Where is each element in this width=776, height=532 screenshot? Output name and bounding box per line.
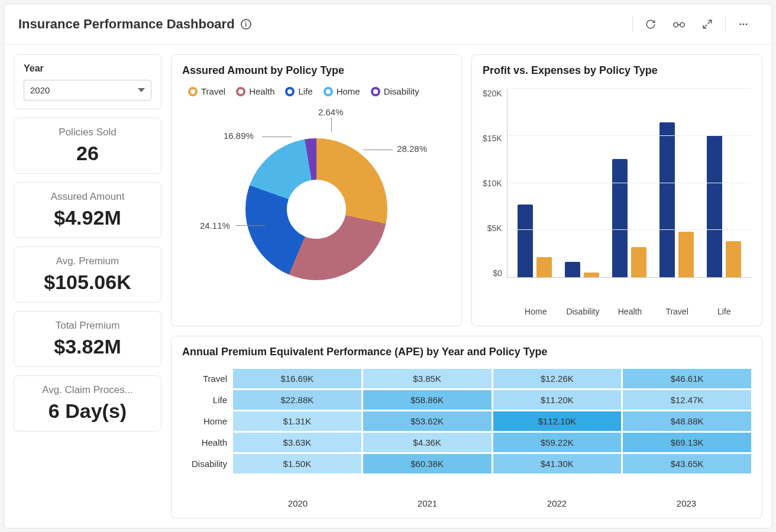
- refresh-button[interactable]: [636, 14, 665, 35]
- heat-cell[interactable]: $3.85K: [363, 369, 492, 388]
- kpi-label: Avg. Premium: [20, 255, 155, 267]
- kpi-label: Assured Amount: [20, 191, 155, 203]
- heat-row-label: Disability: [182, 459, 233, 469]
- heat-row: Health$3.63K$4.36K$59.22K$69.13K: [182, 432, 751, 453]
- dashboard-body: Year 2020 Policies Sold 26 Assured Amoun…: [4, 45, 772, 528]
- assured-amount-panel: Assured Amount by Policy Type Travel Hea…: [171, 54, 462, 326]
- legend-item-health[interactable]: Health: [236, 86, 274, 96]
- year-select-value: 2020: [30, 85, 50, 95]
- pct-label-life: 24.11%: [200, 220, 230, 231]
- heat-row-label: Travel: [182, 374, 233, 384]
- kpi-total-premium: Total Premium $3.82M: [14, 311, 161, 367]
- more-icon: [738, 19, 749, 30]
- bar-profit: [518, 205, 533, 277]
- panel-title: Assured Amount by Policy Type: [182, 64, 451, 77]
- heat-cell[interactable]: $43.65K: [623, 454, 751, 473]
- heat-cell[interactable]: $11.20K: [493, 390, 622, 410]
- kpi-assured-amount: Assured Amount $4.92M: [14, 182, 161, 238]
- svg-point-0: [674, 22, 678, 27]
- bar-profit: [565, 262, 580, 277]
- ape-heatmap-panel: Annual Premium Equivalent Performance (A…: [171, 336, 762, 518]
- pie-chart[interactable]: 28.28% 24.11% 16.89% 2.64%: [182, 102, 451, 316]
- heat-cell[interactable]: $60.38K: [363, 454, 492, 473]
- heat-cell[interactable]: $3.63K: [233, 433, 361, 452]
- legend-swatch-icon: [285, 87, 295, 96]
- heat-cell[interactable]: $16.69K: [233, 369, 361, 388]
- heat-cell[interactable]: $69.13K: [623, 433, 751, 452]
- kpi-avg-claim-processing: Avg. Claim Proces... 6 Day(s): [14, 375, 161, 432]
- header-actions: [629, 14, 758, 35]
- kpi-label: Policies Sold: [20, 126, 155, 138]
- bar-x-axis: Home Disability Health Travel Life: [512, 302, 751, 316]
- bar-expenses: [726, 241, 741, 277]
- more-button[interactable]: [729, 14, 758, 35]
- bar-y-axis: $20K $15K $10K $5K $0: [483, 89, 507, 278]
- heat-cell[interactable]: $4.36K: [363, 433, 492, 452]
- heat-row: Home$1.31K$53.62K$112.10K$48.88K: [182, 410, 751, 432]
- bar-profit: [659, 122, 675, 277]
- svg-point-3: [743, 24, 745, 25]
- pie-legend: Travel Health Life Home Disability: [182, 83, 451, 102]
- fullscreen-button[interactable]: [693, 14, 722, 35]
- heat-cell[interactable]: $53.62K: [363, 411, 492, 431]
- heat-cell[interactable]: $12.26K: [493, 369, 622, 388]
- bar-chart[interactable]: $20K $15K $10K $5K $0: [483, 83, 751, 302]
- heat-row: Life$22.88K$58.86K$11.20K$12.47K: [182, 389, 751, 410]
- heat-cell[interactable]: $48.88K: [623, 411, 751, 431]
- heat-cell[interactable]: $12.47K: [623, 390, 751, 410]
- kpi-label: Total Premium: [20, 320, 155, 332]
- heat-row: Disability$1.50K$60.38K$41.30K$43.65K: [182, 453, 751, 474]
- legend-swatch-icon: [188, 87, 198, 96]
- glasses-icon: [672, 19, 686, 30]
- kpi-avg-premium: Avg. Premium $105.06K: [14, 246, 161, 303]
- heat-cell[interactable]: $112.10K: [493, 411, 622, 431]
- bar-plot: [507, 89, 751, 278]
- heat-cell[interactable]: $41.30K: [493, 454, 622, 473]
- bar-expenses: [536, 257, 552, 277]
- kpi-value: 6 Day(s): [20, 400, 155, 423]
- dashboard-header: Insurance Performance Dashboard i: [4, 4, 772, 45]
- heat-cell[interactable]: $46.61K: [623, 369, 751, 388]
- kpi-value: $3.82M: [20, 335, 155, 358]
- bar-group: [703, 135, 745, 277]
- kpi-value: $4.92M: [20, 206, 155, 229]
- bar-group: [608, 159, 651, 277]
- legend-item-life[interactable]: Life: [285, 86, 312, 96]
- bar-expenses: [678, 232, 694, 277]
- legend-swatch-icon: [324, 87, 333, 96]
- heat-cell[interactable]: $22.88K: [233, 390, 361, 410]
- heat-cell[interactable]: $1.50K: [233, 454, 361, 473]
- pct-label-disability: 2.64%: [318, 107, 344, 117]
- pct-label-home: 16.89%: [224, 131, 254, 141]
- main-area: Assured Amount by Policy Type Travel Hea…: [171, 54, 762, 518]
- donut-hole: [287, 180, 346, 239]
- info-icon[interactable]: i: [241, 19, 251, 30]
- kpi-label: Avg. Claim Proces...: [20, 384, 155, 396]
- heatmap[interactable]: Travel$16.69K$3.85K$12.26K$46.61KLife$22…: [182, 364, 751, 494]
- legend-item-disability[interactable]: Disability: [371, 86, 419, 96]
- kpi-value: $105.06K: [20, 271, 155, 294]
- view-button[interactable]: [665, 14, 693, 35]
- heat-cell[interactable]: $1.31K: [233, 411, 361, 431]
- bar-group: [513, 205, 556, 277]
- year-filter-card: Year 2020: [14, 54, 161, 109]
- legend-swatch-icon: [371, 87, 380, 96]
- bar-profit: [707, 135, 722, 277]
- year-select[interactable]: 2020: [24, 80, 151, 100]
- legend-item-home[interactable]: Home: [324, 86, 360, 96]
- heat-row-label: Life: [182, 395, 233, 405]
- kpi-policies-sold: Policies Sold 26: [14, 118, 161, 174]
- heat-row-label: Health: [182, 437, 233, 447]
- legend-item-travel[interactable]: Travel: [188, 86, 225, 96]
- heat-row-label: Home: [182, 416, 233, 426]
- heat-row: Travel$16.69K$3.85K$12.26K$46.61K: [182, 368, 751, 389]
- heat-cell[interactable]: $58.86K: [363, 390, 492, 410]
- legend-swatch-icon: [236, 87, 245, 96]
- sidebar: Year 2020 Policies Sold 26 Assured Amoun…: [14, 54, 161, 518]
- svg-point-1: [680, 22, 684, 27]
- heatmap-x-axis: 2020 2021 2022 2023: [233, 494, 751, 508]
- profit-expenses-panel: Profit vs. Expenses by Policy Type $20K …: [471, 54, 762, 326]
- heat-cell[interactable]: $59.22K: [493, 433, 622, 452]
- chevron-down-icon: [138, 88, 145, 92]
- panel-title: Profit vs. Expenses by Policy Type: [483, 64, 751, 77]
